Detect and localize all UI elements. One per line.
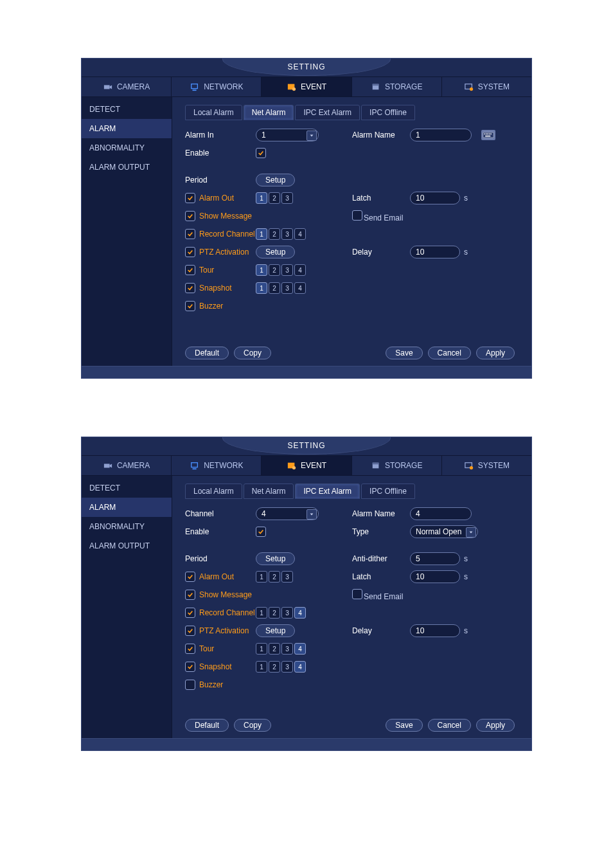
snapshot-checkbox[interactable] (185, 662, 195, 672)
cancel-button[interactable]: Cancel (428, 719, 471, 732)
tab-ipc-ext-alarm[interactable]: IPC Ext Alarm (295, 105, 360, 120)
snapshot-chan-3[interactable]: 3 (281, 282, 293, 294)
snapshot-chan-2[interactable]: 2 (269, 282, 280, 294)
tour-checkbox[interactable] (185, 265, 195, 275)
tour-chan-3[interactable]: 3 (281, 643, 293, 655)
alarm-out-chan-3[interactable]: 3 (281, 192, 293, 204)
type-select[interactable]: Normal Open (410, 525, 478, 538)
show-message-checkbox[interactable] (185, 211, 195, 221)
sidebar-item-alarm[interactable]: ALARM (82, 498, 172, 517)
topnav-item-camera[interactable]: CAMERA (82, 77, 172, 96)
default-button[interactable]: Default (185, 719, 229, 732)
ptz-activation-checkbox[interactable] (185, 626, 195, 636)
apply-button[interactable]: Apply (476, 347, 515, 359)
alarm-name-input[interactable]: 1 (410, 129, 472, 141)
record-chan-4[interactable]: 4 (294, 607, 306, 619)
record-chan-1[interactable]: 1 (256, 607, 267, 619)
anti-dither-input[interactable]: 5 (410, 552, 460, 565)
tab-local-alarm[interactable]: Local Alarm (185, 105, 242, 120)
record-chan-1[interactable]: 1 (256, 228, 267, 240)
tour-chan-4[interactable]: 4 (294, 643, 306, 655)
alarm-in-select[interactable]: 1 (256, 129, 319, 141)
buzzer-checkbox[interactable] (185, 680, 195, 690)
label-ptz-activation: PTZ Activation (199, 248, 249, 257)
tour-chan-3[interactable]: 3 (281, 264, 293, 276)
tour-chan-4[interactable]: 4 (294, 264, 306, 276)
tour-chan-1[interactable]: 1 (256, 643, 267, 655)
tour-chan-1[interactable]: 1 (256, 264, 267, 276)
topnav-item-system[interactable]: SYSTEM (442, 77, 531, 96)
alarm-out-chan-3[interactable]: 3 (281, 571, 293, 583)
sidebar-item-alarm-output[interactable]: ALARM OUTPUT (82, 536, 172, 556)
topnav-item-system[interactable]: SYSTEM (442, 456, 531, 475)
sidebar-item-alarm[interactable]: ALARM (82, 119, 172, 138)
sidebar-item-alarm-output[interactable]: ALARM OUTPUT (82, 158, 172, 177)
record-chan-4[interactable]: 4 (294, 228, 306, 240)
record-chan-2[interactable]: 2 (269, 607, 280, 619)
alarm-name-input[interactable]: 4 (410, 507, 472, 520)
copy-button[interactable]: Copy (234, 347, 271, 359)
buzzer-checkbox[interactable] (185, 301, 195, 311)
snapshot-chan-2[interactable]: 2 (269, 661, 280, 673)
send-email-checkbox[interactable] (352, 589, 362, 599)
topnav-item-camera[interactable]: CAMERA (82, 456, 172, 475)
topnav-item-network[interactable]: NETWORK (172, 456, 262, 475)
cancel-button[interactable]: Cancel (428, 347, 471, 359)
topnav-item-storage[interactable]: STORAGE (352, 77, 442, 96)
send-email-checkbox[interactable] (352, 210, 362, 221)
snapshot-chan-1[interactable]: 1 (256, 661, 267, 673)
copy-button[interactable]: Copy (234, 719, 271, 732)
show-message-checkbox[interactable] (185, 590, 195, 600)
topnav-item-event[interactable]: EVENT (262, 456, 351, 475)
sidebar-item-detect[interactable]: DETECT (82, 100, 172, 119)
topnav-item-storage[interactable]: STORAGE (352, 456, 442, 475)
topnav-item-event[interactable]: EVENT (262, 77, 351, 96)
tab-local-alarm[interactable]: Local Alarm (185, 484, 242, 499)
sidebar-item-abnormality[interactable]: ABNORMALITY (82, 517, 172, 536)
snapshot-chan-3[interactable]: 3 (281, 661, 293, 673)
tab-ipc-offline[interactable]: IPC Offline (361, 484, 415, 499)
snapshot-checkbox[interactable] (185, 283, 195, 293)
snapshot-chan-4[interactable]: 4 (294, 661, 306, 673)
record-chan-3[interactable]: 3 (281, 228, 293, 240)
topnav-item-network[interactable]: NETWORK (172, 77, 262, 96)
ptz-setup-button[interactable]: Setup (256, 246, 295, 258)
period-setup-button[interactable]: Setup (256, 174, 295, 186)
enable-checkbox[interactable] (256, 527, 266, 537)
latch-input[interactable]: 10 (410, 192, 460, 204)
snapshot-chan-1[interactable]: 1 (256, 282, 267, 294)
record-channel-checkbox[interactable] (185, 608, 195, 618)
delay-input[interactable]: 10 (410, 246, 460, 258)
tab-net-alarm[interactable]: Net Alarm (244, 484, 294, 499)
record-chan-2[interactable]: 2 (269, 228, 280, 240)
ptz-setup-button[interactable]: Setup (256, 624, 295, 637)
save-button[interactable]: Save (386, 347, 422, 359)
alarm-in-select[interactable]: 4 (256, 507, 319, 520)
period-setup-button[interactable]: Setup (256, 552, 295, 565)
tab-net-alarm[interactable]: Net Alarm (244, 105, 294, 120)
enable-checkbox[interactable] (256, 148, 266, 158)
save-button[interactable]: Save (386, 719, 422, 732)
alarm-out-chan-2[interactable]: 2 (269, 192, 280, 204)
apply-button[interactable]: Apply (476, 719, 515, 732)
sidebar-item-detect[interactable]: DETECT (82, 478, 172, 498)
delay-input[interactable]: 10 (410, 624, 460, 637)
tour-chan-2[interactable]: 2 (269, 264, 280, 276)
default-button[interactable]: Default (185, 347, 229, 359)
snapshot-chan-4[interactable]: 4 (294, 282, 306, 294)
alarm-out-chan-2[interactable]: 2 (269, 571, 280, 583)
alarm-out-checkbox[interactable] (185, 193, 195, 203)
record-channel-checkbox[interactable] (185, 229, 195, 239)
latch-input[interactable]: 10 (410, 570, 460, 583)
tab-ipc-offline[interactable]: IPC Offline (361, 105, 415, 120)
tour-chan-2[interactable]: 2 (269, 643, 280, 655)
sidebar-item-abnormality[interactable]: ABNORMALITY (82, 138, 172, 158)
tour-checkbox[interactable] (185, 644, 195, 654)
tab-ipc-ext-alarm[interactable]: IPC Ext Alarm (295, 484, 360, 499)
keyboard-icon[interactable] (481, 130, 495, 140)
record-chan-3[interactable]: 3 (281, 607, 293, 619)
ptz-activation-checkbox[interactable] (185, 247, 195, 257)
alarm-out-chan-1[interactable]: 1 (256, 192, 267, 204)
alarm-out-chan-1[interactable]: 1 (256, 571, 267, 583)
alarm-out-checkbox[interactable] (185, 572, 195, 582)
